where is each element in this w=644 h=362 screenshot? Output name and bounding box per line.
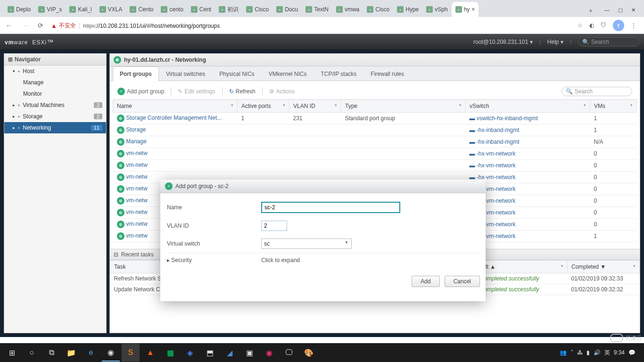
col-header[interactable]: Name▾ (113, 100, 238, 113)
add-button[interactable]: Add (412, 276, 439, 287)
nav-item-manage[interactable]: Manage (4, 77, 106, 88)
cancel-button[interactable]: Cancel (445, 276, 480, 287)
volume-icon[interactable]: 🔊 (594, 349, 601, 356)
app-icon[interactable]: ⬒ (201, 344, 219, 362)
shield-icon[interactable]: ⛉ (601, 22, 606, 29)
browser-tab[interactable]: •Cisco (363, 2, 393, 17)
battery-icon[interactable]: ▮ (586, 349, 590, 356)
start-button[interactable]: ⊞ (3, 344, 21, 362)
security-expander[interactable]: ▸ Security (167, 257, 261, 263)
sublime-icon[interactable]: S (122, 344, 140, 362)
browser-tab[interactable]: •vSph (422, 2, 451, 17)
name-input[interactable] (261, 202, 400, 213)
browser-tabstrip: •Deplo•VIP_s•Kali_l•VXLA•Cento•cento•Cen… (0, 0, 644, 17)
nav-item-monitor[interactable]: Monitor (4, 88, 106, 99)
app-icon[interactable]: ▦ (161, 344, 179, 362)
nav-label: Monitor (23, 90, 42, 97)
close-window-button[interactable]: ✕ (631, 7, 636, 13)
tab-physical-nics[interactable]: Physical NICs (212, 66, 262, 81)
back-button[interactable]: ← (4, 20, 14, 31)
col-header[interactable]: vSwitch▾ (466, 100, 590, 113)
table-row[interactable]: ⊕Storage▬ -hx-inband-mgmt1 (113, 124, 637, 136)
refresh-button[interactable]: ↻ Refresh (229, 88, 256, 95)
table-row[interactable]: ⊕vm-netw▬ -hx-vm-network0 (113, 160, 637, 172)
browser-tab[interactable]: •Cent (187, 2, 215, 17)
address-bar[interactable]: ▲ 不安全 | https://10.208.231.101/ui/#/host… (51, 22, 572, 30)
col-header[interactable]: Active ports▾ (238, 100, 289, 113)
browser-tab[interactable]: •VIP_s (34, 2, 66, 17)
app-icon[interactable]: ◈ (181, 344, 199, 362)
minimize-button[interactable]: — (604, 7, 610, 13)
notifications-icon[interactable]: 💬 (628, 349, 636, 356)
table-row[interactable]: ⊕Manage▬ -hx-inband-mgmtN/A (113, 136, 637, 148)
vswitch-icon: ▬ (470, 115, 475, 122)
vlan-input[interactable] (261, 221, 287, 231)
chrome-icon[interactable]: ◉ (102, 344, 120, 362)
edit-settings-button[interactable]: ✎ Edit settings (178, 88, 215, 95)
wireshark-icon[interactable]: ◢ (221, 344, 239, 362)
ie-icon[interactable]: e (82, 344, 100, 362)
forward-button[interactable]: → (20, 20, 30, 31)
col-header[interactable]: VLAN ID▾ (289, 100, 341, 113)
tab-virtual-switches[interactable]: Virtual switches (159, 66, 212, 81)
col-header[interactable]: Type▾ (341, 100, 466, 113)
browser-tab[interactable]: •初识 (215, 2, 242, 17)
help-menu[interactable]: Help ▾ (547, 39, 563, 45)
app-icon[interactable]: ▣ (240, 344, 258, 362)
people-icon[interactable]: 👥 (560, 349, 567, 356)
browser-tab[interactable]: •Cento (126, 2, 157, 17)
nav-item-networking[interactable]: ▸ ▫Networking11 (4, 122, 106, 133)
portgroup-icon: ⊕ (117, 115, 124, 122)
col-header[interactable]: VMs▾ (590, 100, 637, 113)
browser-tab[interactable]: •TextN (302, 2, 332, 17)
browser-tab[interactable]: •Hype (393, 2, 422, 17)
clock-time[interactable]: 9:34 (614, 350, 625, 355)
new-tab-button[interactable]: ＋ (586, 5, 596, 17)
browser-tab[interactable]: •hy× (452, 2, 479, 17)
explorer-icon[interactable]: 📁 (62, 344, 80, 362)
user-menu[interactable]: root@10.208.231.101 ▾ (473, 39, 533, 45)
task-view-icon[interactable]: ⧉ (42, 344, 60, 362)
col-header[interactable]: Completed ▼▾ (568, 261, 640, 273)
incognito-icon[interactable]: ◐ (589, 22, 594, 29)
browser-tab[interactable]: •vmwa (332, 2, 363, 17)
vlc-icon[interactable]: ▲ (141, 344, 159, 362)
maximize-button[interactable]: ▢ (618, 7, 623, 13)
close-tab-icon[interactable]: × (471, 6, 475, 13)
grid-search-input[interactable]: 🔍 Search (561, 87, 632, 96)
add-port-group-button[interactable]: +Add port group (117, 88, 164, 95)
table-row[interactable]: ⊕vm-netw▬ -hx-vm-network0 (113, 148, 637, 160)
browser-tab[interactable]: •Docu (272, 2, 302, 17)
vswitch-icon: ▬ (470, 127, 475, 133)
table-row[interactable]: ⊕Storage Controller Management Net...123… (113, 113, 637, 124)
ime-indicator[interactable]: 英 (604, 349, 610, 357)
nav-item-virtual-machines[interactable]: ▸ ▫Virtual Machines2 (4, 99, 106, 111)
app-icon[interactable]: ◉ (260, 344, 278, 362)
menu-icon[interactable]: ⋮ (631, 22, 636, 29)
paint-icon[interactable]: 🎨 (300, 344, 318, 362)
browser-tab[interactable]: •Deplo (4, 2, 34, 17)
bookmark-icon[interactable]: ☆ (578, 22, 583, 29)
nav-item-storage[interactable]: ▸ ▫Storage2 (4, 111, 106, 122)
browser-tab[interactable]: •VXLA (96, 2, 126, 17)
tab-vmkernel-nics[interactable]: VMkernel NICs (262, 66, 314, 81)
toolbar: +Add port group ✎ Edit settings ↻ Refres… (113, 84, 637, 99)
tray-expand-icon[interactable]: ˄ (570, 349, 573, 356)
browser-tab[interactable]: •cento (157, 2, 187, 17)
esxi-search-input[interactable]: 🔍 Search (578, 37, 639, 47)
reload-button[interactable]: ⟳ (36, 20, 45, 31)
tray-icon[interactable]: 🖧 (577, 349, 583, 356)
cortana-icon[interactable]: ○ (23, 344, 41, 362)
tab-port-groups[interactable]: Port groups (113, 66, 159, 81)
vswitch-select[interactable]: sc (261, 239, 352, 249)
browser-tab[interactable]: •Kali_l (66, 2, 95, 17)
app-icon[interactable]: 🖵 (280, 344, 298, 362)
actions-button[interactable]: ⚙ Actions (269, 88, 295, 95)
tab-tcp-ip-stacks[interactable]: TCP/IP stacks (314, 66, 364, 81)
security-hint[interactable]: Click to expand (261, 257, 300, 263)
profile-avatar[interactable]: r (613, 20, 624, 31)
net-icon: ▫ (18, 124, 20, 131)
nav-item-host[interactable]: ▾ ▫Host (4, 66, 106, 77)
tab-firewall-rules[interactable]: Firewall rules (363, 66, 411, 81)
browser-tab[interactable]: •Cisco (242, 2, 272, 17)
